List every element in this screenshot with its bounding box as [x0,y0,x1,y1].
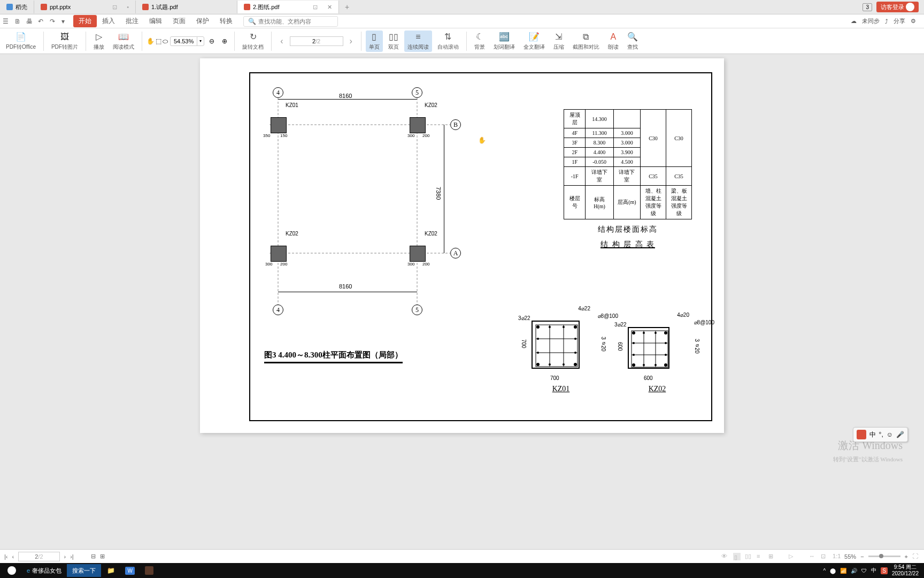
tab-menu-icon[interactable]: • [127,4,129,10]
tab-pin-icon[interactable]: ⊡ [313,4,318,11]
full-translate[interactable]: 📝全文翻译 [520,31,548,52]
background[interactable]: ☾背景 [471,31,488,52]
prev-page[interactable]: ‹ [276,35,287,47]
zoom-in[interactable]: ⊕ [219,36,230,46]
hand-tool[interactable]: ✋ [147,37,155,45]
last-page[interactable]: ›| [70,553,74,560]
ime-lang[interactable]: 中 [869,430,876,439]
taskbar-app[interactable] [140,564,159,577]
menu-icon[interactable]: ☰ [3,18,10,25]
compress[interactable]: ⇲压缩 [550,31,567,52]
tray-ime-icon[interactable]: 中 [871,567,876,574]
dropdown-icon[interactable]: ▾ [61,18,69,25]
settings-icon[interactable]: ⚙ [911,18,916,25]
first-page[interactable]: |‹ [4,553,8,560]
actual-size-icon[interactable]: 1:1 [833,553,840,560]
ime-punct-icon[interactable]: °, [879,431,883,438]
taskbar-explorer[interactable]: 📁 [101,564,120,577]
word-translate[interactable]: 🔤划词翻译 [490,31,518,52]
workspace-badge[interactable]: 3 [863,3,872,11]
ime-mic-icon[interactable]: 🎤 [896,431,904,438]
find-icon: 🔍 [627,32,638,42]
zoom-dropdown[interactable]: ▾ [197,37,204,44]
share-label[interactable]: 分享 [894,17,905,25]
taskbar-search[interactable]: 搜索一下 [67,564,101,577]
pdf-to-pic[interactable]: 🖼PDF转图片 [48,31,81,52]
continuous-read[interactable]: ≡连续阅读 [404,31,432,52]
view-grid-icon[interactable]: ⊞ [768,553,776,560]
fullscreen-icon[interactable]: ⛶ [912,553,920,560]
search-box[interactable]: 🔍 [243,16,338,27]
bot-zoom-out[interactable]: − [860,553,864,560]
select-tool[interactable]: ⬚ [156,37,161,45]
menu-convert[interactable]: 转换 [214,15,238,27]
next-page[interactable]: › [345,35,357,47]
tray-icon[interactable]: ⬤ [830,568,836,574]
tray-sogou-icon[interactable]: S [881,567,888,574]
next-page-bot[interactable]: › [64,553,66,560]
menu-review[interactable]: 批注 [120,15,144,27]
search-input[interactable] [258,18,333,25]
menu-insert[interactable]: 插入 [97,15,120,27]
tab-close-icon[interactable]: ✕ [327,4,332,11]
document-viewport[interactable]: 4 5 4 5 B A 8160 8160 7380 [0,54,924,549]
tray-up-icon[interactable]: ^ [823,568,826,574]
tab-ppt[interactable]: ppt.pptx⊡• [34,1,136,13]
page-number-input[interactable]: 2/2 [290,36,343,46]
menu-edit[interactable]: 编辑 [144,15,167,27]
auto-scroll[interactable]: ⇅自动滚动 [434,31,462,52]
undo-icon[interactable]: ↶ [38,18,45,25]
ime-toolbar[interactable]: 中 °, ☺ 🎤 [853,427,908,442]
taskbar-wps[interactable]: W [120,564,140,577]
print-icon[interactable]: 🖶 [26,18,34,25]
text-select-tool[interactable]: ⬭ [163,37,168,45]
tab-pin-icon[interactable]: ⊡ [112,4,117,11]
fit-page-icon[interactable]: ⊡ [821,553,828,560]
pdf-to-office[interactable]: 📄PDF转Office [3,31,39,52]
zoom-in-page[interactable]: ⊞ [100,553,105,560]
play-button[interactable]: ▷播放 [90,31,107,52]
tray-volume-icon[interactable]: 🔊 [851,568,857,574]
tab-pdf1[interactable]: 1.试题.pdf [136,1,237,13]
bot-zoom-in[interactable]: + [905,553,908,560]
zoom-out[interactable]: ⊖ [206,36,217,46]
rotate-doc[interactable]: ↻旋转文档 [239,31,267,52]
view-cont-icon[interactable]: ≡ [757,553,764,560]
tab-home[interactable]: 稻壳 [0,1,34,13]
taskbar-clock[interactable]: 9:54 周二 2020/12/22 [892,564,919,577]
menu-start[interactable]: 开始 [73,15,97,27]
sync-icon[interactable]: ☁ [851,18,857,25]
ime-emoji-icon[interactable]: ☺ [887,431,893,438]
tray-network-icon[interactable]: 📶 [840,568,846,574]
view-double-icon[interactable]: ▯▯ [745,553,752,560]
read-mode[interactable]: 📖阅读模式 [110,31,137,52]
taskbar-ie[interactable]: e奢侈品女包 [21,564,67,577]
new-tab-button[interactable]: + [339,3,355,11]
menu-page[interactable]: 页面 [167,15,191,27]
tab-pdf2-active[interactable]: 2.图纸.pdf⊡✕ [237,1,339,13]
start-button[interactable] [2,564,21,577]
prev-page-bot[interactable]: ‹ [12,553,14,560]
eye-icon[interactable]: 👁 [721,553,729,560]
zoom-slider[interactable] [868,556,900,557]
find-button[interactable]: 🔍查找 [624,31,641,52]
single-page[interactable]: ▯单页 [366,31,383,52]
zoom-out-page[interactable]: ⊟ [91,553,96,560]
play-bot-icon[interactable]: ▷ [789,553,796,560]
svg-point-37 [665,354,667,356]
page-indicator[interactable]: 2/2 [18,552,59,561]
zoom-value[interactable]: 54.53% [171,37,197,45]
col-dim-350: 350 [263,133,270,138]
crop-compare[interactable]: ⧉截图和对比 [569,31,603,52]
menu-protect[interactable]: 保护 [191,15,214,27]
share-icon[interactable]: ⤴ [885,18,888,25]
view-single-icon[interactable]: ▯ [733,553,741,560]
read-aloud[interactable]: A朗读 [605,31,622,52]
redo-icon[interactable]: ↷ [50,18,57,25]
sync-label[interactable]: 未同步 [862,17,880,25]
double-page[interactable]: ▯▯双页 [385,31,402,52]
login-button[interactable]: 访客登录 [876,2,919,12]
fit-width-icon[interactable]: ↔ [809,553,817,560]
tray-security-icon[interactable]: 🛡 [861,568,867,574]
save-icon[interactable]: 🗎 [14,18,22,25]
